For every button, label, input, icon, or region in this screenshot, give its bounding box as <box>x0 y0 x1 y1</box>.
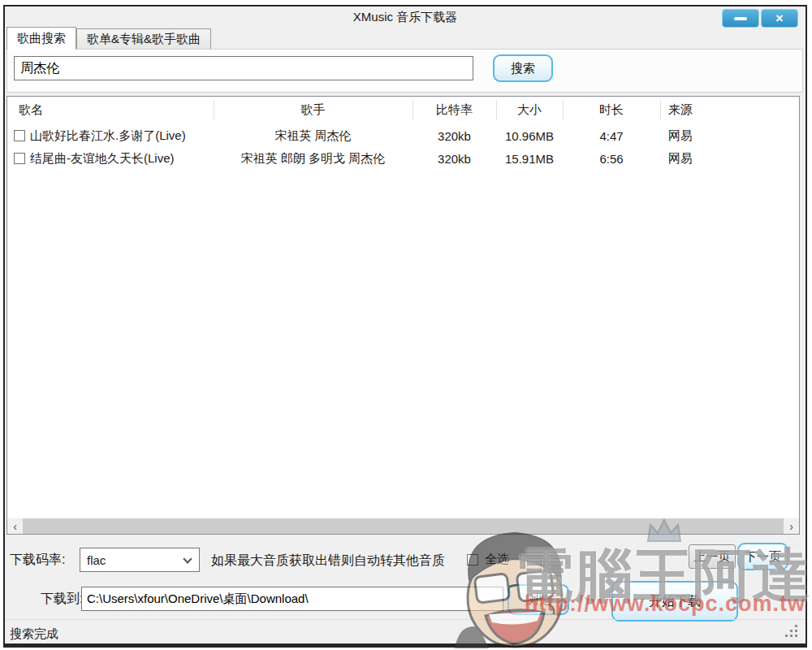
header-divider <box>660 100 661 119</box>
column-header-artist[interactable]: 歌手 <box>214 97 412 123</box>
row-checkbox[interactable] <box>14 153 25 164</box>
chevron-down-icon <box>183 554 192 563</box>
search-panel: 搜索 <box>6 49 803 93</box>
column-header-duration[interactable]: 时长 <box>563 97 660 123</box>
close-button[interactable]: × <box>761 9 798 28</box>
status-bar: 搜索完成 <box>5 619 806 644</box>
scroll-left-icon[interactable]: ‹ <box>7 518 23 534</box>
header-divider <box>412 100 413 119</box>
header-divider <box>496 100 497 119</box>
header-divider <box>214 100 214 119</box>
cell-size: 15.91MB <box>496 147 563 170</box>
cell-artist: 宋祖英 郎朗 多明戈 周杰伦 <box>214 147 412 170</box>
cell-size: 10.96MB <box>496 124 563 147</box>
next-page-button[interactable]: 下一页 <box>737 543 788 570</box>
minimize-button[interactable] <box>722 9 759 28</box>
cell-song-name: 山歌好比春江水.多谢了(Live) <box>30 124 214 147</box>
horizontal-scrollbar[interactable]: ‹ › <box>7 518 799 534</box>
minimize-icon <box>734 17 747 20</box>
row-checkbox[interactable] <box>14 130 25 141</box>
select-all-label: 全选 <box>485 552 509 567</box>
header-divider <box>563 100 564 119</box>
scroll-right-icon[interactable]: › <box>784 518 799 534</box>
column-header-size[interactable]: 大小 <box>496 97 563 123</box>
resize-grip-icon[interactable] <box>795 635 797 637</box>
column-header-source[interactable]: 来源 <box>668 97 798 123</box>
results-table: 歌名 歌手 比特率 大小 时长 来源 山歌好比春江水.多谢了(Live) 宋祖英… <box>6 96 800 535</box>
download-path-label: 下载到: <box>41 591 83 608</box>
search-button[interactable]: 搜索 <box>493 54 553 82</box>
column-header-name[interactable]: 歌名 <box>19 97 205 123</box>
close-icon: × <box>775 12 783 25</box>
download-path-input[interactable] <box>81 587 503 611</box>
bitrate-selected-value: flac <box>87 553 106 567</box>
cell-bitrate: 320kb <box>412 147 496 170</box>
browse-button[interactable]: 浏览 <box>508 584 569 615</box>
start-download-button[interactable]: 开始下载 <box>611 581 738 622</box>
window-title: XMusic 音乐下载器 <box>5 10 806 25</box>
tab-playlist-album-artist[interactable]: 歌单&专辑&歌手歌曲 <box>76 28 211 50</box>
cell-source: 网易 <box>668 124 798 147</box>
select-all-checkbox[interactable] <box>467 554 478 566</box>
cell-duration: 6:56 <box>563 147 660 170</box>
status-text: 搜索完成 <box>10 626 58 642</box>
cell-song-name: 结尾曲-友谊地久天长(Live) <box>30 147 214 170</box>
app-window: XMusic 音乐下载器 × 歌曲搜索 歌单&专辑&歌手歌曲 搜索 歌名 歌手 … <box>3 5 807 648</box>
scrollbar-thumb[interactable] <box>23 518 784 534</box>
cell-source: 网易 <box>668 147 798 170</box>
tab-song-search[interactable]: 歌曲搜索 <box>6 27 76 50</box>
prev-page-button[interactable]: 上一页 <box>689 544 736 569</box>
quality-note: 如果最大音质获取出错则自动转其他音质 <box>211 552 445 570</box>
bitrate-select[interactable]: flac <box>80 548 200 572</box>
bitrate-label: 下载码率: <box>10 552 65 569</box>
search-input[interactable] <box>14 56 473 80</box>
cell-bitrate: 320kb <box>412 124 496 147</box>
title-bar: XMusic 音乐下载器 <box>5 6 806 27</box>
cell-duration: 4:47 <box>563 124 660 147</box>
column-header-bitrate[interactable]: 比特率 <box>412 97 496 123</box>
cell-artist: 宋祖英 周杰伦 <box>214 124 412 147</box>
